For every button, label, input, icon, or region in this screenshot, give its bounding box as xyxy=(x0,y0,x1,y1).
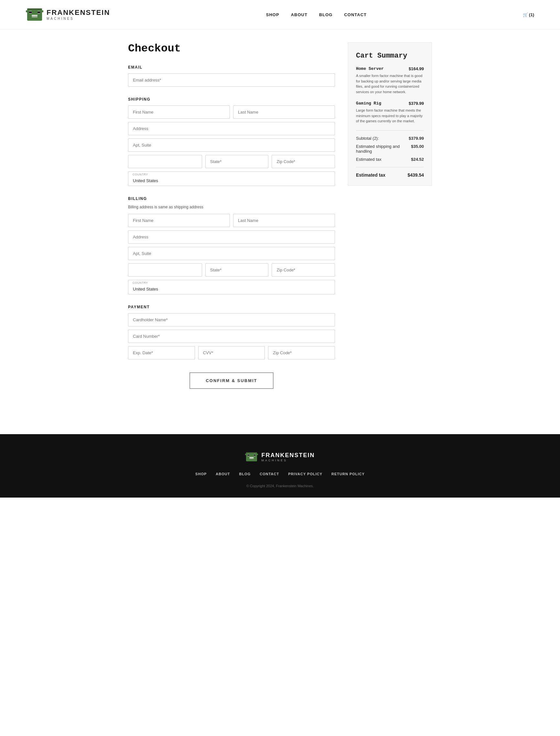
cart-icon-link[interactable]: 🛒 (1) xyxy=(523,12,534,17)
checkout-form: Checkout EMAIL SHIPPING xyxy=(128,42,335,389)
exp-date[interactable] xyxy=(128,346,195,359)
shipping-zip[interactable] xyxy=(272,155,335,168)
email-input[interactable] xyxy=(128,73,335,87)
cart-title: Cart Summary xyxy=(356,52,424,60)
cart-subtotal-label: Subtotal (2): xyxy=(356,136,379,141)
cart-item-gaming-rig: Gaming Rig $379.99 Large form factor mac… xyxy=(356,101,424,124)
billing-label: BILLING xyxy=(128,196,335,201)
billing-last-name[interactable] xyxy=(233,214,335,227)
shipping-label: SHIPPING xyxy=(128,97,335,102)
cart-total-row: Estimated tax $439.54 xyxy=(356,172,424,178)
svg-rect-17 xyxy=(250,457,254,458)
cart-item-name-2: Gaming Rig xyxy=(356,101,381,106)
footer-about[interactable]: ABOUT xyxy=(216,472,230,476)
submit-wrapper: CONFIRM & SUBMIT xyxy=(128,373,335,389)
cart-item-name-1: Home Server xyxy=(356,66,384,71)
cart-tax-value: $24.52 xyxy=(411,157,424,162)
footer-contact[interactable]: CONTACT xyxy=(260,472,279,476)
nav-links: SHOP ABOUT BLOG CONTACT xyxy=(266,12,367,17)
shipping-country-wrapper: Country xyxy=(128,171,335,186)
cart-item-desc-2: Large form factor machine that meets the… xyxy=(356,108,424,124)
svg-rect-6 xyxy=(38,11,40,13)
logo[interactable]: FRANKENSTEIN MACHINES xyxy=(26,6,110,23)
cart-item-home-server: Home Server $164.99 A smaller form facto… xyxy=(356,66,424,94)
svg-rect-11 xyxy=(245,454,247,455)
cart-item-header-2: Gaming Rig $379.99 xyxy=(356,101,424,106)
billing-section: BILLING Billing address is same as shipp… xyxy=(128,196,335,294)
payment-zip[interactable] xyxy=(268,346,335,359)
cart-total-value: $439.54 xyxy=(407,172,424,178)
billing-same-as-shipping: Billing address is same as shipping addr… xyxy=(128,205,335,209)
shipping-apt[interactable] xyxy=(128,138,335,152)
footer-privacy[interactable]: PRIVACY POLICY xyxy=(288,472,322,476)
shipping-country-label: Country xyxy=(133,173,148,176)
cart-divider-2 xyxy=(356,167,424,167)
svg-rect-9 xyxy=(27,8,42,10)
payment-label: PAYMENT xyxy=(128,305,335,309)
nav-shop[interactable]: SHOP xyxy=(266,12,279,17)
navbar: FRANKENSTEIN MACHINES SHOP ABOUT BLOG CO… xyxy=(0,0,560,29)
email-label: EMAIL xyxy=(128,65,335,70)
nav-blog[interactable]: BLOG xyxy=(319,12,333,17)
billing-state[interactable] xyxy=(205,263,269,276)
svg-rect-8 xyxy=(32,16,38,17)
footer-links: SHOP ABOUT BLOG CONTACT PRIVACY POLICY R… xyxy=(195,471,365,476)
cart-tax-label: Estimated tax xyxy=(356,157,382,162)
shipping-first-name[interactable] xyxy=(128,105,230,119)
shipping-section: SHIPPING Country xyxy=(128,97,335,186)
cart-shipping-label: Estimated shipping and handling xyxy=(356,144,411,154)
card-number[interactable] xyxy=(128,330,335,343)
footer-logo-sub: MACHINES xyxy=(261,459,315,462)
nav-about[interactable]: ABOUT xyxy=(291,12,307,17)
cvv[interactable] xyxy=(198,346,265,359)
payment-section: PAYMENT xyxy=(128,305,335,359)
svg-rect-1 xyxy=(26,10,28,12)
shipping-address[interactable] xyxy=(128,122,335,135)
billing-country-label: Country xyxy=(133,281,148,284)
svg-rect-0 xyxy=(27,8,42,21)
footer-return[interactable]: RETURN POLICY xyxy=(331,472,365,476)
cart-item-price-1: $164.99 xyxy=(409,66,424,71)
svg-rect-19 xyxy=(246,452,257,453)
cart-item-header-1: Home Server $164.99 xyxy=(356,66,424,71)
billing-city[interactable] xyxy=(128,263,202,276)
email-section: EMAIL xyxy=(128,65,335,87)
cardholder-name[interactable] xyxy=(128,313,335,326)
shipping-city[interactable] xyxy=(128,155,202,168)
billing-address[interactable] xyxy=(128,230,335,243)
svg-rect-12 xyxy=(256,454,258,455)
footer-shop[interactable]: SHOP xyxy=(195,472,207,476)
footer-logo-icon xyxy=(245,450,258,463)
cart-total-label: Estimated tax xyxy=(356,172,385,178)
billing-first-name[interactable] xyxy=(128,214,230,227)
shipping-state[interactable] xyxy=(205,155,269,168)
confirm-submit-button[interactable]: CONFIRM & SUBMIT xyxy=(189,373,273,389)
cart-subtotal-row: Subtotal (2): $379.99 xyxy=(356,136,424,141)
cart-item-price-2: $379.99 xyxy=(409,101,424,106)
footer-inner: FRANKENSTEIN MACHINES SHOP ABOUT BLOG CO… xyxy=(0,450,560,488)
cart-divider-1 xyxy=(356,130,424,131)
logo-name: FRANKENSTEIN xyxy=(47,9,110,16)
logo-sub: MACHINES xyxy=(47,17,110,20)
billing-country[interactable] xyxy=(128,280,335,294)
cart-item-desc-1: A smaller form factor machine that is go… xyxy=(356,73,424,94)
svg-rect-2 xyxy=(41,10,43,12)
footer-logo-name: FRANKENSTEIN xyxy=(261,452,315,459)
shipping-country[interactable] xyxy=(128,171,335,186)
nav-contact[interactable]: CONTACT xyxy=(344,12,367,17)
cart-subtotal-value: $379.99 xyxy=(409,136,424,141)
billing-zip[interactable] xyxy=(272,263,335,276)
page-title: Checkout xyxy=(128,42,335,55)
footer: FRANKENSTEIN MACHINES SHOP ABOUT BLOG CO… xyxy=(0,434,560,498)
shipping-last-name[interactable] xyxy=(233,105,335,119)
svg-rect-10 xyxy=(246,452,257,461)
billing-apt[interactable] xyxy=(128,247,335,260)
cart-tax-row: Estimated tax $24.52 xyxy=(356,157,424,162)
footer-logo: FRANKENSTEIN MACHINES xyxy=(245,450,315,463)
footer-blog[interactable]: BLOG xyxy=(239,472,251,476)
cart-summary: Cart Summary Home Server $164.99 A small… xyxy=(348,42,432,186)
svg-rect-7 xyxy=(32,15,38,16)
svg-rect-16 xyxy=(254,455,256,456)
logo-icon xyxy=(26,6,43,23)
cart-shipping-value: $35.00 xyxy=(411,144,424,149)
